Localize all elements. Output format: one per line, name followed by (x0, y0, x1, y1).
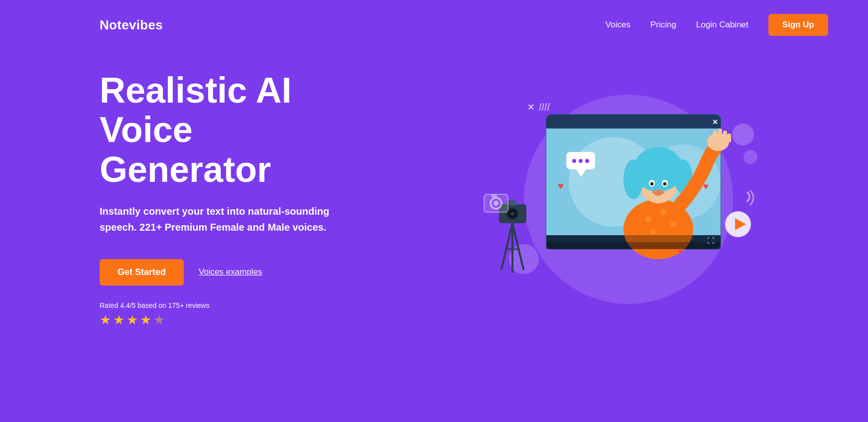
star-4: ★ (140, 312, 151, 328)
svg-rect-30 (727, 134, 731, 142)
star-3: ★ (126, 312, 138, 328)
star-2: ★ (113, 312, 124, 328)
nav-links: Voices Pricing Login Cabinet Sign Up (606, 14, 828, 36)
svg-point-19 (623, 159, 643, 199)
svg-rect-6 (546, 122, 721, 129)
svg-point-2 (732, 124, 754, 145)
hero-illustration: ✕ (408, 70, 828, 329)
svg-rect-32 (546, 242, 721, 249)
svg-point-37 (510, 212, 514, 216)
svg-text:⛶: ⛶ (707, 237, 714, 245)
svg-point-13 (645, 216, 651, 222)
rating-text: Rated 4.4/5 based on 175+ reviews (100, 301, 378, 309)
svg-rect-28 (718, 129, 722, 141)
svg-text:♥: ♥ (703, 181, 709, 191)
hero-title: Realistic AI Voice Generator (100, 71, 378, 189)
svg-point-23 (650, 182, 653, 186)
rating-section: Rated 4.4/5 based on 175+ reviews ★ ★ ★ … (100, 301, 378, 328)
svg-rect-46 (491, 194, 497, 197)
svg-point-24 (663, 182, 666, 186)
nav-voices[interactable]: Voices (606, 20, 630, 30)
svg-point-3 (744, 150, 757, 164)
star-rating: ★ ★ ★ ★ ★ (100, 312, 378, 328)
svg-point-15 (670, 221, 676, 227)
illustration-container: ✕ (474, 75, 763, 324)
svg-point-45 (494, 201, 498, 206)
svg-text:////: //// (539, 102, 550, 113)
svg-text:×: × (528, 101, 534, 113)
voices-examples-link[interactable]: Voices examples (199, 267, 262, 277)
svg-text:♥: ♥ (678, 247, 683, 256)
nav-signup-button[interactable]: Sign Up (768, 14, 828, 36)
get-started-button[interactable]: Get Started (100, 259, 184, 285)
star-5: ★ (153, 312, 165, 328)
svg-point-52 (579, 159, 583, 163)
star-1: ★ (100, 312, 111, 328)
navbar: Notevibes Voices Pricing Login Cabinet S… (0, 0, 868, 50)
svg-point-16 (650, 229, 656, 235)
svg-rect-29 (723, 131, 727, 141)
svg-text:✕: ✕ (712, 118, 718, 126)
svg-point-53 (585, 159, 589, 163)
svg-point-51 (572, 159, 576, 163)
nav-pricing[interactable]: Pricing (650, 20, 676, 30)
hero-section: Realistic AI Voice Generator Instantly c… (0, 50, 868, 359)
svg-point-25 (653, 190, 664, 195)
svg-point-14 (660, 209, 666, 215)
hero-buttons: Get Started Voices examples (100, 259, 378, 285)
hero-svg: ✕ (474, 75, 763, 324)
svg-text:♥: ♥ (558, 180, 564, 191)
svg-rect-27 (713, 131, 717, 141)
hero-subtitle: Instantly convert your text into natural… (100, 203, 339, 235)
logo: Notevibes (100, 17, 163, 33)
nav-login-cabinet[interactable]: Login Cabinet (696, 20, 748, 30)
hero-left: Realistic AI Voice Generator Instantly c… (100, 71, 378, 328)
